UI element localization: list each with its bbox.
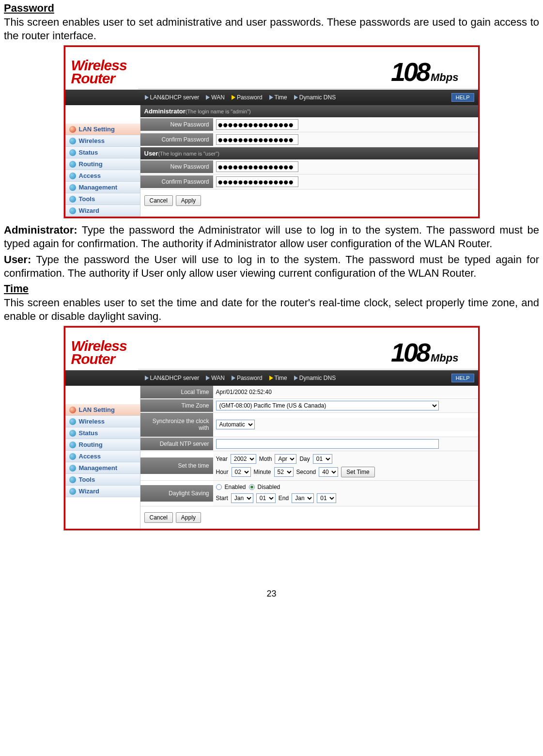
ntp-server-label: Default NTP server — [140, 438, 213, 450]
apply-button[interactable]: Apply — [176, 512, 201, 523]
sidebar-item-access[interactable]: Access — [65, 451, 140, 462]
sidebar-item-lan-setting[interactable]: LAN Setting — [65, 404, 140, 416]
router-logo: Wireless Router — [65, 334, 133, 370]
dst-end-label: End — [279, 495, 289, 502]
month-label: Moth — [259, 456, 272, 462]
set-time-button[interactable]: Set Time — [341, 467, 374, 477]
sidebar-item-wizard[interactable]: Wizard — [65, 486, 140, 497]
sidebar-item-management[interactable]: Management — [65, 462, 140, 474]
tab-time[interactable]: Time — [267, 375, 289, 381]
sidebar-item-wizard[interactable]: Wizard — [65, 205, 140, 217]
mbps-badge: 108 Mbps — [391, 57, 478, 90]
logo-line1: Wireless — [71, 59, 127, 72]
tab-time[interactable]: Time — [267, 94, 289, 101]
sync-clock-select[interactable]: Automatic — [216, 420, 255, 429]
admin-new-password-input[interactable]: ●●●●●●●●●●●●●●● — [216, 119, 298, 130]
dst-disabled-radio[interactable] — [249, 484, 255, 490]
sidebar-item-wireless[interactable]: Wireless — [65, 416, 140, 427]
logo-line1: Wireless — [71, 339, 127, 352]
time-zone-select[interactable]: (GMT-08:00) Pacific Time (US & Canada) — [216, 401, 439, 410]
help-button[interactable]: HELP — [451, 93, 474, 102]
user-desc-text: Type the password the User will use to l… — [4, 253, 539, 279]
tab-dynamic-dns[interactable]: Dynamic DNS — [292, 94, 338, 101]
sidebar-nav: LAN Setting Wireless Status Routing Acce… — [65, 386, 140, 529]
tab-dynamic-dns[interactable]: Dynamic DNS — [292, 375, 338, 381]
hour-select[interactable]: 02 — [232, 467, 251, 477]
dst-end-day-select[interactable]: 01 — [317, 493, 336, 503]
help-button[interactable]: HELP — [451, 374, 474, 382]
user-desc-label: User: — [4, 253, 31, 266]
tab-lan-dhcp[interactable]: LAN&DHCP server — [143, 375, 202, 381]
nav-dot-icon — [69, 407, 76, 413]
sidebar-item-wireless[interactable]: Wireless — [65, 135, 140, 147]
sidebar-item-status[interactable]: Status — [65, 147, 140, 158]
day-label: Day — [299, 456, 310, 462]
user-confirm-password-label: Confirm Password — [140, 175, 213, 188]
password-intro-text: This screen enables user to set administ… — [4, 16, 539, 42]
month-select[interactable]: Apr — [275, 454, 296, 464]
year-select[interactable]: 2002 — [231, 454, 256, 464]
admin-desc-text: Type the password the Administrator will… — [4, 224, 539, 250]
tab-password[interactable]: Password — [230, 94, 264, 101]
mbps-number: 108 — [391, 57, 429, 87]
sidebar-item-management[interactable]: Management — [65, 182, 140, 193]
sync-clock-label: Synchronize the clock with — [140, 413, 213, 437]
nav-dot-icon — [69, 453, 76, 460]
second-select[interactable]: 40 — [319, 467, 338, 477]
sidebar-item-routing[interactable]: Routing — [65, 439, 140, 451]
mbps-badge: 108 Mbps — [391, 337, 478, 370]
dst-enabled-label: Enabled — [225, 484, 246, 490]
sidebar-nav: LAN Setting Wireless Status Routing Acce… — [65, 105, 140, 217]
content-area: Local Time Apr/01/2002 02:52:40 Time Zon… — [140, 386, 478, 529]
user-new-password-input[interactable]: ●●●●●●●●●●●●●●● — [216, 161, 298, 172]
admin-new-password-label: New Password — [140, 118, 213, 131]
admin-desc-label: Administrator: — [4, 224, 78, 236]
router-logo: Wireless Router — [65, 54, 133, 90]
dst-start-label: Start — [216, 495, 228, 502]
apply-button[interactable]: Apply — [176, 195, 201, 206]
cancel-button[interactable]: Cancel — [144, 195, 173, 206]
tab-wan[interactable]: WAN — [204, 375, 227, 381]
dst-start-month-select[interactable]: Jan — [231, 493, 253, 503]
sidebar-item-status[interactable]: Status — [65, 427, 140, 439]
dst-end-month-select[interactable]: Jan — [292, 493, 314, 503]
administrator-section-header: Administrator(The login name is "admin") — [140, 105, 478, 117]
nav-dot-icon — [69, 126, 76, 133]
dst-disabled-label: Disabled — [258, 484, 280, 490]
tab-lan-dhcp[interactable]: LAN&DHCP server — [143, 94, 202, 101]
nav-dot-icon — [69, 476, 76, 483]
nav-dot-icon — [69, 430, 76, 437]
section-title-time: Time — [4, 283, 539, 295]
sidebar-item-routing[interactable]: Routing — [65, 158, 140, 170]
router-header: Wireless Router 108 Mbps — [65, 47, 478, 90]
admin-confirm-password-input[interactable]: ●●●●●●●●●●●●●●● — [216, 134, 298, 145]
sidebar-item-access[interactable]: Access — [65, 170, 140, 182]
dst-start-day-select[interactable]: 01 — [256, 493, 276, 503]
sidebar-item-lan-setting[interactable]: LAN Setting — [65, 124, 140, 135]
user-confirm-password-input[interactable]: ●●●●●●●●●●●●●●● — [216, 176, 298, 187]
cancel-button[interactable]: Cancel — [144, 512, 173, 523]
nav-dot-icon — [69, 465, 76, 472]
nav-dot-icon — [69, 196, 76, 203]
user-new-password-label: New Password — [140, 160, 213, 173]
mbps-label: Mbps — [431, 71, 458, 84]
nav-dot-icon — [69, 149, 76, 156]
minute-select[interactable]: 52 — [274, 467, 294, 477]
nav-dot-icon — [69, 441, 76, 448]
sidebar-item-tools[interactable]: Tools — [65, 193, 140, 205]
user-section-header: User(The login name is "user") — [140, 147, 478, 159]
tab-password[interactable]: Password — [230, 375, 264, 381]
nav-dot-icon — [69, 161, 76, 168]
tab-bar: LAN&DHCP server WAN Password Time Dynami… — [65, 90, 478, 105]
mbps-label: Mbps — [431, 352, 458, 364]
tab-wan[interactable]: WAN — [204, 94, 227, 101]
dst-enabled-radio[interactable] — [216, 484, 222, 490]
ntp-server-input[interactable] — [216, 439, 439, 449]
daylight-saving-label: Daylight Saving — [140, 485, 213, 502]
hour-label: Hour — [216, 469, 229, 475]
content-area: Administrator(The login name is "admin")… — [140, 105, 478, 217]
time-intro-text: This screen enables user to set the time… — [4, 296, 539, 323]
nav-dot-icon — [69, 173, 76, 179]
sidebar-item-tools[interactable]: Tools — [65, 474, 140, 486]
day-select[interactable]: 01 — [313, 454, 332, 464]
